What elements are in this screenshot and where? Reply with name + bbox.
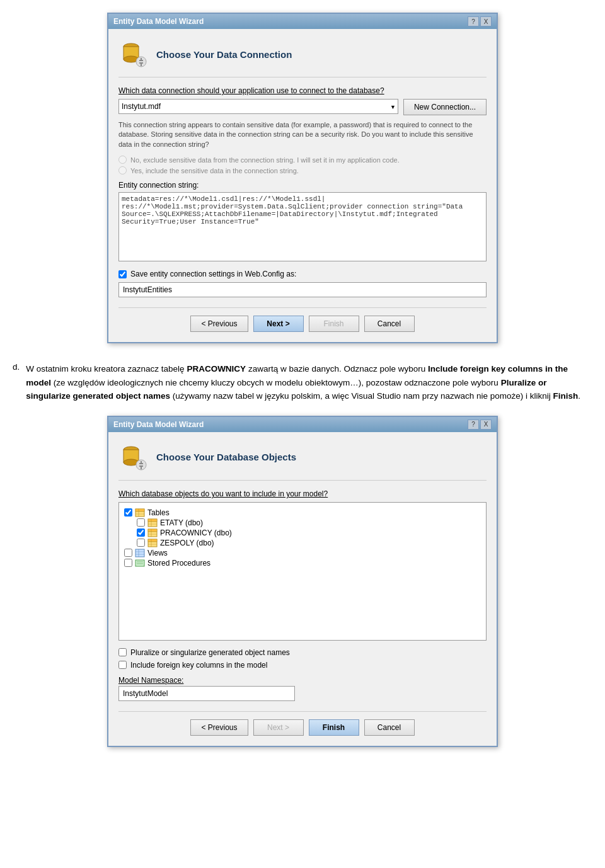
svg-rect-15: [141, 467, 142, 469]
zespoly-checkbox[interactable]: [137, 539, 145, 547]
pracownicy-label: PRACOWNICY (dbo): [160, 528, 232, 537]
dialog2-titlebar-buttons: ? X: [468, 420, 492, 430]
pluralize-label: Pluralize or singularize generated objec…: [130, 648, 290, 657]
dialog2-content: Choose Your Database Objects Which datab…: [108, 432, 497, 746]
titlebar-buttons: ? X: [468, 16, 492, 26]
views-icon: [135, 549, 145, 557]
etaty-checkbox[interactable]: [137, 518, 145, 527]
connection-info-text: This connection string appears to contai…: [118, 120, 487, 149]
radio-item-2: Yes, include the sensitive data in the c…: [118, 166, 487, 174]
svg-rect-32: [148, 539, 157, 542]
list-marker-d: d.: [13, 362, 20, 403]
tree-etaty-row: ETATY (dbo): [124, 518, 481, 528]
svg-rect-36: [135, 549, 144, 557]
dialog2-header: Choose Your Database Objects: [118, 442, 487, 481]
tables-label: Tables: [147, 508, 170, 517]
dialog2-finish-button[interactable]: Finish: [309, 719, 359, 736]
save-checkbox[interactable]: [118, 270, 127, 278]
svg-rect-27: [148, 529, 157, 532]
dialog2-button-row: < Previous Next > Finish Cancel: [118, 711, 487, 736]
svg-rect-7: [141, 64, 142, 66]
tree-pracownicy-row: PRACOWNICY (dbo): [124, 528, 481, 538]
next-button[interactable]: Next >: [253, 316, 304, 332]
svg-rect-5: [139, 62, 143, 64]
dialog1-titlebar: Entity Data Model Wizard ? X: [108, 14, 497, 29]
svg-rect-6: [141, 58, 142, 60]
connection-select-row: Instytut.mdf New Connection...: [118, 99, 487, 115]
stored-label: Stored Procedures: [147, 559, 210, 568]
cancel-button[interactable]: Cancel: [364, 316, 415, 332]
radio-no[interactable]: [118, 156, 127, 164]
dialog1-window: Entity Data Model Wizard ? X: [107, 13, 498, 343]
svg-rect-22: [148, 519, 157, 522]
save-checkbox-label: Save entity connection settings in Web.C…: [130, 270, 296, 278]
help-button[interactable]: ?: [468, 16, 479, 26]
paragraph-content: W ostatnim kroku kreatora zaznacz tabelę…: [26, 362, 592, 403]
radio-yes[interactable]: [118, 166, 127, 174]
stored-icon: [135, 559, 145, 568]
options-area: Pluralize or singularize generated objec…: [118, 648, 487, 670]
pluralize-row: Pluralize or singularize generated objec…: [118, 648, 487, 657]
dialog2-title: Entity Data Model Wizard: [113, 420, 204, 429]
tree-views-row: Views: [124, 548, 481, 558]
save-field[interactable]: [118, 282, 487, 297]
dialog2-next-button[interactable]: Next >: [253, 719, 304, 736]
views-checkbox[interactable]: [124, 549, 132, 557]
dialog1-header-title: Choose Your Data Connection: [156, 49, 292, 60]
connection-select[interactable]: Instytut.mdf: [118, 99, 398, 114]
dialog2-window: Entity Data Model Wizard ? X Choose: [107, 416, 498, 747]
dialog1-header: Choose Your Data Connection: [118, 39, 487, 77]
tree-stored-row: Stored Procedures: [124, 558, 481, 568]
dialog2-previous-button[interactable]: < Previous: [190, 719, 248, 736]
radio-no-label: No, exclude sensitive data from the conn…: [130, 156, 400, 164]
pluralize-checkbox[interactable]: [118, 648, 127, 656]
svg-rect-13: [139, 465, 143, 467]
objects-question: Which database objects do you want to in…: [118, 489, 487, 498]
radio-group: No, exclude sensitive data from the conn…: [118, 156, 487, 174]
svg-rect-14: [141, 461, 142, 464]
dialog2-close-button[interactable]: X: [480, 420, 492, 430]
zespoly-table-icon: [147, 539, 158, 547]
model-ns-input[interactable]: [118, 686, 295, 701]
para-text2: zawartą w bazie danych. Odznacz pole wyb…: [246, 364, 428, 374]
dialog1-title: Entity Data Model Wizard: [113, 17, 204, 26]
tree-tables-row: Tables: [124, 508, 481, 518]
para-bold1: PRACOWNICY: [187, 364, 246, 374]
new-connection-button[interactable]: New Connection...: [403, 99, 487, 115]
foreign-key-checkbox[interactable]: [118, 661, 127, 669]
tree-container: Tables ETATY (dbo): [118, 502, 487, 641]
dialog2-db-icon: [118, 442, 149, 472]
para-bold4: Finish: [553, 391, 579, 401]
dialog2-cancel-button[interactable]: Cancel: [364, 719, 415, 736]
db-icon: [118, 39, 149, 69]
foreign-key-label: Include foreign key columns in the model: [130, 661, 267, 670]
dialog1-content: Choose Your Data Connection Which data c…: [108, 29, 497, 342]
tables-checkbox[interactable]: [124, 508, 132, 517]
para-text4: (używamy nazw tabel w języku polskim, a …: [170, 391, 553, 401]
pracownicy-checkbox[interactable]: [137, 528, 145, 537]
tables-icon: [135, 508, 145, 517]
para-text1: W ostatnim kroku kreatora zaznacz tabelę: [26, 364, 187, 374]
connection-select-wrapper: Instytut.mdf: [118, 99, 398, 115]
stored-checkbox[interactable]: [124, 559, 132, 567]
radio-item-1: No, exclude sensitive data from the conn…: [118, 156, 487, 164]
etaty-table-icon: [147, 518, 158, 527]
dialog1-button-row: < Previous Next > Finish Cancel: [118, 307, 487, 332]
tree-zespoly-row: ZESPOLY (dbo): [124, 538, 481, 548]
entity-conn-textarea[interactable]: metadata=res://*\Model1.csdl|res://*\Mod…: [118, 192, 487, 261]
pracownicy-table-icon: [147, 528, 158, 537]
para-text3: (ze względów ideologicznych nie chcemy k…: [51, 378, 501, 387]
svg-rect-17: [135, 509, 144, 511]
foreign-key-row: Include foreign key columns in the model: [118, 661, 487, 670]
dialog2-help-button[interactable]: ?: [468, 420, 479, 430]
finish-button[interactable]: Finish: [309, 316, 359, 332]
close-button[interactable]: X: [480, 16, 492, 26]
para-text5: .: [578, 391, 580, 401]
etaty-label: ETATY (dbo): [160, 518, 203, 527]
previous-button[interactable]: < Previous: [190, 316, 248, 332]
views-label: Views: [147, 549, 168, 557]
zespoly-label: ZESPOLY (dbo): [160, 539, 214, 547]
dialog2-header-title: Choose Your Database Objects: [156, 452, 296, 462]
paragraph-d: d. W ostatnim kroku kreatora zaznacz tab…: [13, 362, 592, 403]
save-checkbox-row: Save entity connection settings in Web.C…: [118, 270, 487, 278]
